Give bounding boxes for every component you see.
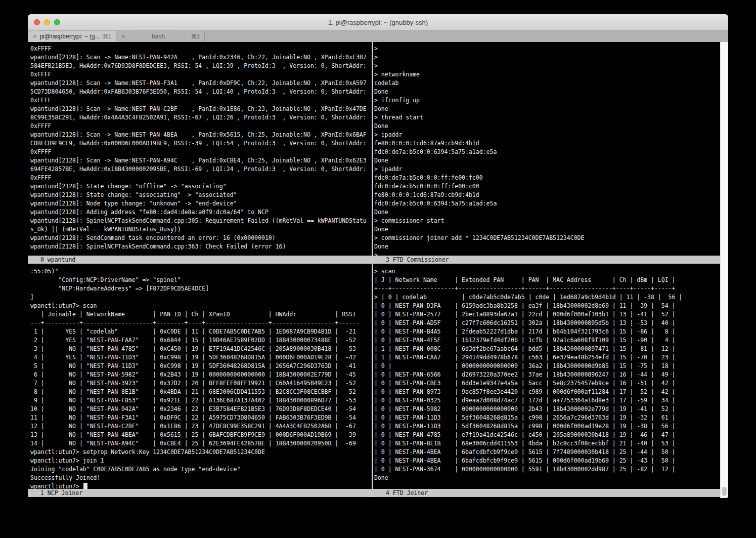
scrollbar[interactable] [720, 42, 728, 498]
traffic-lights [34, 14, 60, 30]
titlebar[interactable]: 1. pi@raspberrypi: ~ (gnubby-ssh) [28, 14, 728, 31]
scrollbar-thumb[interactable] [722, 487, 727, 496]
tmux-session: 0xFFFF wpantund[2128]: Scan -> Name:NEST… [28, 42, 728, 498]
tab-label: bash [125, 33, 191, 40]
pane-status-label: 4 FTD Joiner [386, 489, 428, 496]
pane-wpantund-log[interactable]: 0xFFFF wpantund[2128]: Scan -> Name:NEST… [28, 42, 372, 256]
pane-ftd-commissioner[interactable]: > > > > networkname codelab Done > ifcon… [373, 42, 720, 256]
tab-close-icon[interactable]: ✕ [32, 33, 37, 40]
tab-ssh-session[interactable]: ✕ pi@raspberrypi: ~ (g... ⌘1 [28, 31, 116, 42]
pane-status-label: 0 wpantund [40, 256, 75, 263]
window-title: 1. pi@raspberrypi: ~ (gnubby-ssh) [328, 19, 428, 26]
minimize-window-button[interactable] [44, 19, 50, 25]
tab-bar: ✕ pi@raspberrypi: ~ (g... ⌘1 ✕ bash ⌘2 [28, 31, 728, 42]
pane-status-label: 1 NCP Joiner [40, 489, 82, 496]
tab-shortcut: ⌘1 [103, 33, 111, 40]
close-window-button[interactable] [34, 19, 40, 25]
tab-shortcut: ⌘2 [191, 33, 200, 40]
zoom-window-button[interactable] [54, 19, 60, 25]
tab-bash[interactable]: ✕ bash ⌘2 [116, 31, 205, 42]
pane-status-ftd-joiner: 4 FTD Joiner [373, 489, 720, 497]
pane-status-label: 3 FTD Commissioner [386, 256, 449, 263]
pane-divider[interactable] [372, 42, 373, 497]
pane-status-ncp-joiner: 1 NCP Joiner [28, 489, 372, 497]
pane-status-ftd-commissioner: 3 FTD Commissioner [373, 256, 720, 264]
tab-close-icon[interactable]: ✕ [121, 33, 125, 40]
tab-label: pi@raspberrypi: ~ (g... [37, 33, 103, 40]
pane-status-wpantund: 0 wpantund [28, 256, 372, 264]
pane-ftd-joiner[interactable]: > scan | J | Network Name | Extended PAN… [373, 264, 720, 489]
tab-bar-empty-space [205, 31, 728, 42]
terminal-window: 1. pi@raspberrypi: ~ (gnubby-ssh) ✕ pi@r… [28, 14, 728, 498]
pane-ncp-joiner[interactable]: :55:05)" "Config:NCP:DriverName" => "spi… [28, 264, 372, 489]
